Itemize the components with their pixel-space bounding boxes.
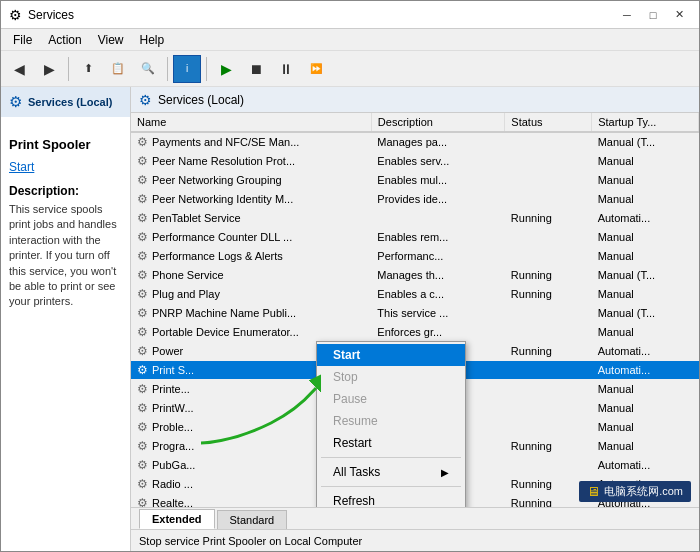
service-name: Performance Counter DLL ... bbox=[152, 231, 292, 243]
service-name: Peer Networking Identity M... bbox=[152, 193, 293, 205]
service-startup: Manual bbox=[592, 437, 699, 456]
service-startup: Automati... bbox=[592, 342, 699, 361]
toolbar-sep-2 bbox=[167, 57, 168, 81]
service-desc: Provides ide... bbox=[371, 190, 505, 209]
service-icon: ⚙ bbox=[137, 420, 148, 434]
service-status: Running bbox=[505, 209, 592, 228]
service-icon: ⚙ bbox=[137, 249, 148, 263]
toolbar-back[interactable]: ◀ bbox=[5, 55, 33, 83]
tab-standard[interactable]: Standard bbox=[217, 510, 288, 529]
menu-help[interactable]: Help bbox=[132, 31, 173, 49]
toolbar-forward[interactable]: ▶ bbox=[35, 55, 63, 83]
service-name: Plug and Play bbox=[152, 288, 220, 300]
menu-action[interactable]: Action bbox=[40, 31, 89, 49]
service-icon: ⚙ bbox=[137, 211, 148, 225]
service-name: Phone Service bbox=[152, 269, 224, 281]
table-header: Name Description Status Startup Ty... bbox=[131, 113, 699, 132]
close-button[interactable]: ✕ bbox=[667, 5, 691, 25]
context-menu-start[interactable]: Start bbox=[317, 344, 465, 366]
toolbar-stop[interactable]: ⏹ bbox=[242, 55, 270, 83]
service-name: Peer Networking Grouping bbox=[152, 174, 282, 186]
sidebar-header-label: Services (Local) bbox=[28, 96, 112, 108]
table-row[interactable]: ⚙Peer Networking Identity M...Provides i… bbox=[131, 190, 699, 209]
service-status bbox=[505, 190, 592, 209]
col-header-desc[interactable]: Description bbox=[371, 113, 505, 132]
service-status bbox=[505, 132, 592, 152]
service-icon: ⚙ bbox=[137, 287, 148, 301]
service-name: Progra... bbox=[152, 440, 194, 452]
context-menu-pause: Pause bbox=[317, 388, 465, 410]
toolbar-properties[interactable]: 📋 bbox=[104, 55, 132, 83]
title-bar-left: ⚙ Services bbox=[9, 7, 74, 23]
context-menu-all-tasks[interactable]: All Tasks ▶ bbox=[317, 461, 465, 483]
minimize-button[interactable]: ─ bbox=[615, 5, 639, 25]
watermark-text: 电脑系统网.com bbox=[604, 484, 683, 499]
service-icon: ⚙ bbox=[137, 230, 148, 244]
toolbar-sep-3 bbox=[206, 57, 207, 81]
col-header-name[interactable]: Name bbox=[131, 113, 371, 132]
context-menu-refresh[interactable]: Refresh bbox=[317, 490, 465, 507]
service-name: PrintW... bbox=[152, 402, 194, 414]
window-icon: ⚙ bbox=[9, 7, 22, 23]
service-startup: Manual bbox=[592, 399, 699, 418]
toolbar-restart[interactable]: ⏩ bbox=[302, 55, 330, 83]
service-desc: Enforces gr... bbox=[371, 323, 505, 342]
table-row[interactable]: ⚙Peer Name Resolution Prot...Enables ser… bbox=[131, 152, 699, 171]
sidebar-gear-icon: ⚙ bbox=[9, 93, 22, 111]
service-desc: Enables rem... bbox=[371, 228, 505, 247]
service-status bbox=[505, 247, 592, 266]
service-icon: ⚙ bbox=[137, 154, 148, 168]
menu-file[interactable]: File bbox=[5, 31, 40, 49]
col-header-status[interactable]: Status bbox=[505, 113, 592, 132]
toolbar-up[interactable]: ⬆ bbox=[74, 55, 102, 83]
service-icon: ⚙ bbox=[137, 496, 148, 507]
table-row[interactable]: ⚙Payments and NFC/SE Man...Manages pa...… bbox=[131, 132, 699, 152]
table-row[interactable]: ⚙Phone ServiceManages th...RunningManual… bbox=[131, 266, 699, 285]
table-row[interactable]: ⚙Performance Logs & AlertsPerformanc...M… bbox=[131, 247, 699, 266]
menu-view[interactable]: View bbox=[90, 31, 132, 49]
toolbar-blue[interactable]: i bbox=[173, 55, 201, 83]
title-bar: ⚙ Services ─ □ ✕ bbox=[1, 1, 699, 29]
service-status: Running bbox=[505, 437, 592, 456]
service-name: Radio ... bbox=[152, 478, 193, 490]
services-content: Name Description Status Startup Ty... ⚙P… bbox=[131, 113, 699, 507]
table-row[interactable]: ⚙Plug and PlayEnables a c...RunningManua… bbox=[131, 285, 699, 304]
watermark-icon: 🖥 bbox=[587, 484, 600, 499]
service-name: Realte... bbox=[152, 497, 193, 507]
service-status: Running bbox=[505, 342, 592, 361]
service-status bbox=[505, 456, 592, 475]
service-desc: Enables a c... bbox=[371, 285, 505, 304]
service-status: Running bbox=[505, 285, 592, 304]
service-icon: ⚙ bbox=[137, 401, 148, 415]
service-name: PNRP Machine Name Publi... bbox=[152, 307, 296, 319]
window-title: Services bbox=[28, 8, 74, 22]
table-row[interactable]: ⚙Performance Counter DLL ...Enables rem.… bbox=[131, 228, 699, 247]
tab-extended[interactable]: Extended bbox=[139, 509, 215, 529]
table-row[interactable]: ⚙Portable Device Enumerator...Enforces g… bbox=[131, 323, 699, 342]
table-row[interactable]: ⚙PenTablet ServiceRunningAutomati... bbox=[131, 209, 699, 228]
service-desc bbox=[371, 209, 505, 228]
title-bar-controls: ─ □ ✕ bbox=[615, 5, 691, 25]
service-name: PenTablet Service bbox=[152, 212, 241, 224]
service-name: Peer Name Resolution Prot... bbox=[152, 155, 295, 167]
toolbar-play[interactable]: ▶ bbox=[212, 55, 240, 83]
start-service-link[interactable]: Start bbox=[9, 160, 34, 174]
toolbar-pause[interactable]: ⏸ bbox=[272, 55, 300, 83]
status-text: Stop service Print Spooler on Local Comp… bbox=[139, 535, 362, 547]
service-desc: Enables mul... bbox=[371, 171, 505, 190]
context-menu-restart[interactable]: Restart bbox=[317, 432, 465, 454]
service-name: Performance Logs & Alerts bbox=[152, 250, 283, 262]
context-sep-1 bbox=[321, 457, 461, 458]
table-row[interactable]: ⚙Peer Networking GroupingEnables mul...M… bbox=[131, 171, 699, 190]
service-startup: Manual bbox=[592, 285, 699, 304]
service-startup: Automati... bbox=[592, 361, 699, 380]
description-title: Description: bbox=[9, 184, 122, 198]
service-status bbox=[505, 323, 592, 342]
toolbar-help[interactable]: 🔍 bbox=[134, 55, 162, 83]
service-name: Proble... bbox=[152, 421, 193, 433]
table-row[interactable]: ⚙PNRP Machine Name Publi...This service … bbox=[131, 304, 699, 323]
service-status bbox=[505, 228, 592, 247]
col-header-startup[interactable]: Startup Ty... bbox=[592, 113, 699, 132]
context-sep-2 bbox=[321, 486, 461, 487]
maximize-button[interactable]: □ bbox=[641, 5, 665, 25]
